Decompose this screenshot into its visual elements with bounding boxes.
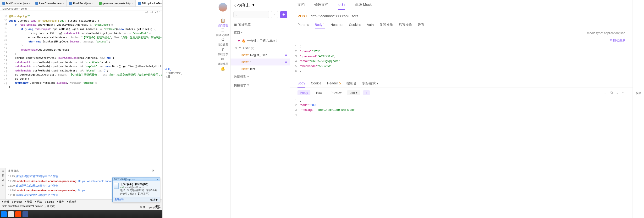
copy-icon[interactable]: ⧉: [610, 91, 613, 94]
resp-tab[interactable]: Body: [298, 81, 305, 87]
more-icon[interactable]: ⋯: [622, 91, 625, 94]
close-icon[interactable]: ×: [62, 2, 64, 5]
log-tab-events[interactable]: 事件日志: [8, 169, 19, 173]
project-selector[interactable]: 示例项目 ▾: [230, 0, 290, 10]
code-body[interactable]: @PostMapping©"" public JsonRes send(@Req…: [8, 14, 162, 168]
main-tab[interactable]: 运行: [338, 3, 345, 10]
mail-close-icon[interactable]: ✕: [157, 178, 158, 181]
warn-up[interactable]: ^: [159, 11, 160, 14]
tree-data-model[interactable]: 数据模型▾: [230, 72, 290, 81]
rail-item[interactable]: ⇪在线分享: [216, 47, 229, 56]
main-tab[interactable]: 文档: [298, 3, 305, 10]
filter-button[interactable]: ⩃: [271, 11, 278, 18]
avatar[interactable]: [218, 3, 227, 12]
tool-tab[interactable]: ▸ Profiler: [12, 200, 22, 203]
resp-tab[interactable]: 控制台: [346, 81, 356, 87]
request-method[interactable]: POST: [298, 14, 307, 18]
editor-tab[interactable]: EmailSend.java ×: [67, 0, 96, 7]
warn-yellow[interactable]: ⚠9: [145, 11, 148, 14]
mail-prev-icon[interactable]: ◀: [150, 198, 152, 201]
view-raw[interactable]: Raw: [314, 90, 325, 95]
request-body-editor[interactable]: 123456 { "uname":"123", "upassword":"A21…: [290, 44, 632, 74]
download-icon[interactable]: ⭳: [604, 91, 607, 94]
log-settings-icon[interactable]: ⚙: [152, 169, 154, 173]
resp-tab[interactable]: 实际请求 ▾: [362, 81, 378, 87]
filter-icon[interactable]: ⇵: [2, 174, 4, 177]
tree-promo[interactable]: M 🔥 一分钟，了解 Apifox！: [230, 37, 290, 45]
tree-folder-user[interactable]: ▾ 🗀 User (2): [230, 45, 290, 52]
close-icon[interactable]: ×: [132, 2, 133, 5]
rail-item[interactable]: ☰自动化测试: [216, 27, 229, 37]
api-item[interactable]: POSTRegist_user: [230, 52, 290, 59]
sub-tab[interactable]: Body1: [315, 23, 325, 29]
format-icon[interactable]: ≡: [363, 90, 370, 95]
tree-overview[interactable]: ▦ 项目概览: [230, 21, 290, 28]
sub-tab[interactable]: 后置操作: [399, 23, 412, 29]
main-tab[interactable]: 高级 Mock: [355, 3, 372, 10]
sub-tab[interactable]: Params: [298, 23, 309, 29]
close-icon[interactable]: ×: [29, 2, 30, 5]
apifox-rail: 📋接口管理☰自动化测试⚙项目设置⇪在线分享✉邀请成员🔔: [215, 0, 230, 218]
taskbar-app-3[interactable]: [15, 211, 21, 217]
resp-tab[interactable]: Header5: [327, 81, 341, 87]
sub-tab[interactable]: 设置: [418, 23, 424, 29]
response-tabs: BodyCookieHeader5控制台实际请求 ▾: [290, 79, 632, 88]
tab-label: TdApplicationTests.java: [142, 2, 162, 5]
rail-item[interactable]: ✉邀请成员: [216, 56, 229, 66]
rail-item[interactable]: 📋接口管理: [216, 18, 229, 27]
close-icon[interactable]: ×: [92, 2, 94, 5]
tree-api-root[interactable]: 接口▾: [230, 28, 290, 37]
folder-count: (2): [251, 47, 254, 50]
sub-tab[interactable]: Headers: [330, 23, 343, 29]
mid-code: 200,: [164, 67, 171, 71]
rail-label: 在线分享: [218, 53, 228, 56]
view-pretty[interactable]: Pretty: [298, 90, 310, 95]
tool-tab[interactable]: ▸ 分析: [2, 200, 9, 203]
log-minimize-icon[interactable]: —: [157, 169, 160, 173]
tool-tab[interactable]: ▸ 依赖项: [67, 200, 76, 203]
grid-icon: ▦: [234, 23, 237, 26]
sub-tab[interactable]: Auth: [367, 23, 374, 29]
code-editor[interactable]: 323334353637383940414243444546474849 @Po…: [0, 14, 162, 168]
response-body-viewer[interactable]: 1234 { "code": 200, "message": "The Chec…: [290, 98, 632, 118]
collapse-icon[interactable]: ⊟: [2, 169, 4, 172]
taskbar-app-2[interactable]: [8, 211, 14, 217]
wrap-icon[interactable]: ↲: [2, 179, 4, 182]
main-tab[interactable]: 修改文档: [314, 3, 328, 10]
sub-tab[interactable]: Cookies: [349, 23, 361, 29]
editor-tab[interactable]: TdApplicationTests.java ×: [136, 0, 162, 7]
scroll-icon[interactable]: ↧: [2, 183, 4, 187]
autogen-link[interactable]: ↻ 自动生成: [290, 37, 632, 44]
add-button[interactable]: +: [280, 11, 287, 18]
sub-tab[interactable]: 前置操作: [380, 23, 393, 29]
request-url[interactable]: http://localhost:8080/api/users: [311, 14, 358, 18]
tab-label: MailController.java: [6, 2, 28, 5]
tool-tab[interactable]: ▸ Spring: [45, 200, 54, 203]
validate-tab[interactable]: 校验: [636, 91, 641, 95]
status-message: table annotation processors? Enable (1 分…: [2, 204, 55, 210]
chevron-down-icon: ▾: [252, 2, 254, 8]
tree-quick-req[interactable]: 快捷请求▾: [230, 81, 290, 90]
search-input[interactable]: ⌕: [234, 11, 269, 18]
warn-check[interactable]: ✔2: [155, 11, 158, 14]
rail-item[interactable]: ⚙项目设置: [216, 37, 229, 47]
side-json-output: 200, : "success", null: [162, 0, 215, 218]
editor-tab[interactable]: UserController.java ×: [33, 0, 67, 7]
search-icon[interactable]: ⌕: [616, 91, 618, 94]
api-item[interactable]: POST1: [230, 59, 290, 65]
api-item[interactable]: POSTtest: [230, 65, 290, 72]
tool-tab[interactable]: ▸ 服务: [57, 200, 64, 203]
tool-tab[interactable]: ▸ 终端: [25, 200, 32, 203]
editor-tab[interactable]: generated-requests.http ×: [96, 0, 136, 7]
editor-tab[interactable]: MailController.java ×: [0, 0, 33, 7]
taskbar-app-1[interactable]: [1, 211, 7, 217]
tool-tab[interactable]: ▸ 构建: [35, 200, 42, 203]
view-preview[interactable]: Preview: [328, 90, 344, 95]
mail-next-icon[interactable]: ▶: [156, 198, 158, 201]
warn-blue[interactable]: ⚠2: [150, 11, 153, 14]
mail-delete-link[interactable]: 删除邮件: [114, 198, 124, 201]
taskbar-app-4[interactable]: [22, 211, 28, 217]
encoding-select[interactable]: utf8 ▾: [347, 90, 360, 95]
rail-item[interactable]: 🔔: [216, 66, 229, 72]
resp-tab[interactable]: Cookie: [311, 81, 322, 87]
